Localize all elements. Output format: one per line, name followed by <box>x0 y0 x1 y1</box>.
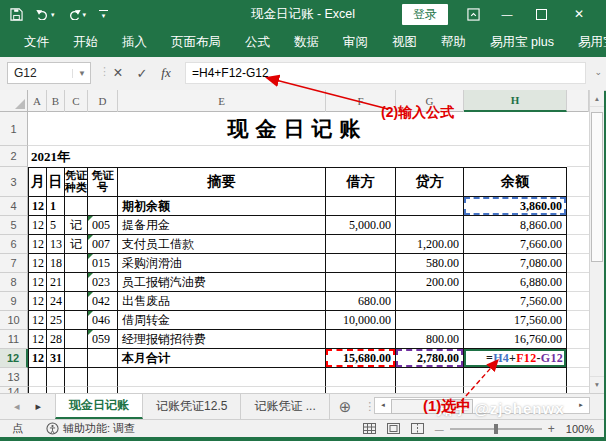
cell-A9[interactable]: 12 <box>28 292 47 311</box>
row-header-6[interactable]: 6 <box>0 235 28 254</box>
cell-F4[interactable] <box>326 197 396 216</box>
cell-A7[interactable]: 12 <box>28 254 47 273</box>
cell-C12[interactable] <box>65 349 88 368</box>
column-header-G[interactable]: G <box>396 90 464 112</box>
cell-B5[interactable]: 5 <box>47 216 65 235</box>
cell-B13[interactable] <box>47 368 65 387</box>
row-header-12[interactable]: 12 <box>0 349 28 368</box>
cell-F8[interactable] <box>326 273 396 292</box>
ribbon-tab-数据[interactable]: 数据 <box>282 28 331 57</box>
cell-B7[interactable]: 18 <box>47 254 65 273</box>
cell-G5[interactable] <box>396 216 464 235</box>
zoom-out-icon[interactable] <box>435 423 444 435</box>
cell-C5[interactable]: 记 <box>65 216 88 235</box>
page-layout-view-icon[interactable] <box>387 423 400 434</box>
cell-E5[interactable]: 提备用金 <box>118 216 326 235</box>
cell-D13[interactable] <box>88 368 118 387</box>
login-button[interactable]: 登录 <box>402 4 448 25</box>
cell-A13[interactable] <box>28 368 47 387</box>
sheet-tab-记账凭证12.5[interactable]: 记账凭证12.5 <box>143 394 241 419</box>
table-header-F[interactable]: 借方 <box>326 167 396 197</box>
column-header-F[interactable]: F <box>326 90 396 112</box>
normal-view-icon[interactable] <box>363 423 376 434</box>
cell-D4[interactable] <box>88 197 118 216</box>
cell-C10[interactable] <box>65 311 88 330</box>
cell-H12[interactable]: =H4+F12-G12 <box>464 349 567 368</box>
ribbon-tab-易用宝 plus[interactable]: 易用宝 plus <box>478 28 566 57</box>
zoom-slider[interactable] <box>435 422 555 436</box>
ribbon-tab-帮助[interactable]: 帮助 <box>429 28 478 57</box>
cell-H7[interactable]: 7,080.00 <box>464 254 567 273</box>
ribbon-tab-开始[interactable]: 开始 <box>61 28 110 57</box>
cancel-entry-icon[interactable] <box>108 63 128 83</box>
row-header-11[interactable]: 11 <box>0 330 28 349</box>
cell-H5[interactable]: 8,860.00 <box>464 216 567 235</box>
accessibility-status[interactable]: 辅助功能: 调查 <box>46 421 135 436</box>
row-header-4[interactable]: 4 <box>0 197 28 216</box>
row-header-13[interactable]: 13 <box>0 368 28 387</box>
zoom-level[interactable]: 100% <box>566 423 594 435</box>
scroll-left-icon[interactable] <box>377 399 389 412</box>
zoom-in-icon[interactable] <box>548 422 555 436</box>
table-header-B[interactable]: 日 <box>47 167 65 197</box>
cell-F10[interactable]: 10,000.00 <box>326 311 396 330</box>
row-header-3[interactable]: 3 <box>0 167 28 197</box>
cell-D12[interactable] <box>88 349 118 368</box>
cell-E10[interactable]: 借周转金 <box>118 311 326 330</box>
cell-D9[interactable]: 042 <box>88 292 118 311</box>
enter-entry-icon[interactable] <box>132 63 152 83</box>
vertical-scroll-thumb[interactable] <box>591 112 603 262</box>
minimize-button[interactable] <box>492 0 522 28</box>
row-header-10[interactable]: 10 <box>0 311 28 330</box>
select-all-corner[interactable] <box>0 90 28 112</box>
table-header-G[interactable]: 贷方 <box>396 167 464 197</box>
cell-A4[interactable]: 12 <box>28 197 47 216</box>
name-box-dropdown-icon[interactable]: ▼ <box>72 69 90 78</box>
cell-H6[interactable]: 7,660.00 <box>464 235 567 254</box>
cell-D10[interactable]: 046 <box>88 311 118 330</box>
cell-B6[interactable]: 13 <box>47 235 65 254</box>
row-header-7[interactable]: 7 <box>0 254 28 273</box>
cell-A8[interactable]: 12 <box>28 273 47 292</box>
undo-icon[interactable]: ▾ <box>36 9 55 20</box>
cell-B11[interactable]: 28 <box>47 330 65 349</box>
cell-F12[interactable]: 15,680.00 <box>326 349 396 368</box>
cell-F6[interactable] <box>326 235 396 254</box>
row-header-2[interactable]: 2 <box>0 146 28 167</box>
cell-C7[interactable] <box>65 254 88 273</box>
scroll-right-icon[interactable] <box>575 399 587 412</box>
row-header-1[interactable]: 1 <box>0 112 28 146</box>
customize-quick-access-icon[interactable]: ▾ <box>99 10 108 19</box>
cell-H10[interactable]: 17,560.00 <box>464 311 567 330</box>
cell-C4[interactable] <box>65 197 88 216</box>
cell-D11[interactable]: 059 <box>88 330 118 349</box>
sheet-title-cell[interactable]: 现金日记账 <box>28 112 567 146</box>
cell-D7[interactable]: 015 <box>88 254 118 273</box>
cell-H4[interactable]: 3,860.00 <box>464 197 567 216</box>
cell-G10[interactable] <box>396 311 464 330</box>
ribbon-tab-插入[interactable]: 插入 <box>110 28 159 57</box>
cell-G6[interactable]: 1,200.00 <box>396 235 464 254</box>
cell-F11[interactable] <box>326 330 396 349</box>
insert-function-icon[interactable]: fx <box>156 63 176 83</box>
cell-B8[interactable]: 21 <box>47 273 65 292</box>
cell-H9[interactable]: 7,560.00 <box>464 292 567 311</box>
column-header-C[interactable]: C <box>65 90 88 112</box>
new-sheet-icon[interactable] <box>330 394 361 419</box>
cell-E13[interactable] <box>118 368 326 387</box>
previous-sheet-icon[interactable] <box>14 400 20 413</box>
column-header-B[interactable]: B <box>47 90 65 112</box>
save-icon[interactable] <box>10 8 23 21</box>
cell-E12[interactable]: 本月合计 <box>118 349 326 368</box>
row-header-8[interactable]: 8 <box>0 273 28 292</box>
cell-G8[interactable]: 200.00 <box>396 273 464 292</box>
column-header-H[interactable]: H <box>464 90 567 112</box>
table-header-A[interactable]: 月 <box>28 167 47 197</box>
horizontal-scrollbar[interactable] <box>374 397 590 414</box>
cell-G11[interactable]: 800.00 <box>396 330 464 349</box>
cell-B4[interactable]: 1 <box>47 197 65 216</box>
column-header-A[interactable]: A <box>28 90 47 112</box>
cell-H8[interactable]: 6,880.00 <box>464 273 567 292</box>
table-header-E[interactable]: 摘要 <box>118 167 326 197</box>
cell-H11[interactable]: 16,760.00 <box>464 330 567 349</box>
